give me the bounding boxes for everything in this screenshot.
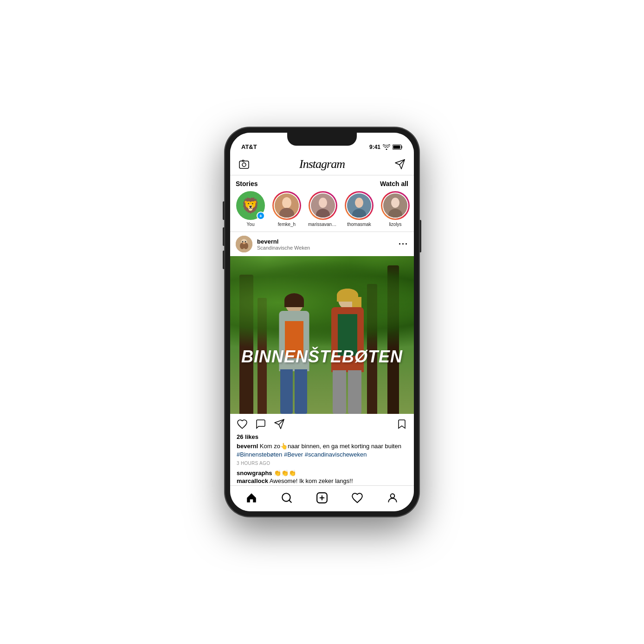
post-content: 26 likes bevernl Kom zo👆naar binnen, en … [230, 432, 414, 485]
nav-heart-icon [351, 492, 363, 504]
post-username: bevernl [257, 238, 310, 245]
story-item-femke[interactable]: femke_h [272, 191, 302, 227]
phone-screen: AT&T 9:41 [230, 133, 414, 511]
nav-profile-button[interactable] [381, 488, 404, 508]
nav-home-button[interactable] [240, 488, 263, 508]
svg-point-15 [391, 198, 399, 208]
post-time: 3 HOURS AGO [237, 461, 407, 466]
svg-point-26 [391, 494, 395, 498]
stories-section: Stories Watch all 🦁 + You [230, 175, 414, 232]
status-right: 9:41 [369, 144, 403, 150]
instagram-logo: Instagram [299, 157, 345, 171]
bookmark-icon [396, 419, 407, 430]
story-thomas-label: thomasmak [347, 222, 371, 227]
add-icon [316, 492, 328, 504]
svg-point-3 [242, 163, 246, 167]
story-item-thomas[interactable]: thomasmak [344, 191, 374, 227]
hashtag1[interactable]: #Binnenstebøten [237, 451, 282, 458]
svg-point-9 [319, 198, 327, 208]
notch [287, 133, 357, 146]
feed-scroll-area[interactable]: Stories Watch all 🦁 + You [230, 175, 414, 485]
like-button[interactable] [237, 419, 248, 430]
camera-icon [238, 159, 250, 170]
story-avatar-thomas [347, 193, 371, 218]
nav-search-button[interactable] [276, 488, 298, 508]
nav-heart-button[interactable] [346, 488, 368, 508]
caption-username[interactable]: bevernl [237, 443, 258, 450]
post-user[interactable]: bevernl Scandinavische Weken [236, 236, 310, 252]
story-item-you[interactable]: 🦁 + You [236, 191, 265, 227]
story-you-label: You [247, 222, 255, 227]
post-image-text: BINNENŠTEBØTEN [241, 347, 403, 367]
story-ring-lizolys [381, 191, 410, 220]
comment-snowgraphs: snowgraphs 👏👏👏 [237, 470, 407, 477]
search-icon [281, 492, 293, 504]
story-item-marissa[interactable]: marissavankleef_ [308, 191, 338, 227]
likes-count: 26 likes [237, 433, 407, 440]
svg-point-21 [242, 241, 244, 243]
story-avatar-femke [275, 193, 299, 218]
home-icon [245, 492, 258, 504]
carrier-label: AT&T [241, 143, 257, 150]
story-marissa-label: marissavankleef_ [308, 222, 338, 227]
nav-add-button[interactable] [311, 488, 333, 508]
profile-icon [386, 492, 399, 504]
post-actions [230, 414, 414, 432]
story-ring-femke [272, 191, 301, 220]
story-femke-label: femke_h [278, 222, 296, 227]
stories-row: 🦁 + You [236, 191, 414, 227]
hashtag2[interactable]: #Bever [284, 451, 303, 458]
stories-header: Stories Watch all [236, 180, 414, 187]
legs-left [280, 369, 308, 414]
wifi-icon [383, 144, 390, 150]
watch-all-button[interactable]: Watch all [380, 180, 408, 187]
legs-right [333, 370, 362, 414]
heart-icon [237, 419, 248, 430]
story-lizolys-label: lizolys [389, 222, 401, 227]
svg-point-22 [245, 241, 246, 243]
comment-text-marcallock: Awesome! Ik kom zeker langs!! [268, 477, 353, 484]
story-ring-marissa [309, 191, 337, 220]
comment-user-snowgraphs[interactable]: snowgraphs [237, 470, 272, 477]
hashtag3[interactable]: #scandinavischeweken [305, 451, 367, 458]
caption-text: Kom zo👆naar binnen, en ga met korting na… [258, 443, 401, 450]
post-avatar [236, 236, 252, 252]
share-button[interactable] [274, 419, 285, 430]
story-avatar-lizolys [383, 193, 407, 218]
post-bevernl: bevernl Scandinavische Weken ··· [230, 232, 414, 485]
svg-rect-2 [239, 161, 249, 168]
time-label: 9:41 [369, 144, 380, 150]
svg-point-6 [282, 197, 291, 208]
bottom-nav [230, 485, 414, 511]
send-button[interactable] [393, 158, 406, 171]
app-header: Instagram [230, 153, 414, 175]
post-more-button[interactable]: ··· [399, 239, 408, 249]
svg-point-12 [355, 198, 363, 208]
svg-point-23 [243, 242, 245, 244]
comment-button[interactable] [255, 419, 266, 430]
story-add-button[interactable]: + [257, 212, 265, 220]
story-item-lizolys[interactable]: lizolys [380, 191, 410, 227]
comment-text-snowgraphs: 👏👏👏 [272, 470, 296, 477]
phone-frame: AT&T 9:41 [225, 127, 419, 517]
save-button[interactable] [396, 419, 407, 430]
post-image: BINNENŠTEBØTEN [230, 256, 414, 414]
post-caption: bevernl Kom zo👆naar binnen, en ga met ko… [237, 442, 407, 459]
comment-icon [255, 419, 266, 430]
hair-left [284, 293, 304, 307]
stories-title: Stories [236, 180, 258, 187]
post-subtitle: Scandinavische Weken [257, 245, 310, 251]
post-header: bevernl Scandinavische Weken ··· [230, 232, 414, 256]
svg-rect-1 [393, 146, 400, 149]
send-icon [394, 159, 406, 170]
story-ring-thomas [345, 191, 374, 220]
camera-button[interactable] [238, 158, 251, 171]
story-avatar-marissa [311, 193, 335, 218]
battery-icon [393, 144, 403, 150]
share-icon [274, 419, 285, 430]
comment-marcallock: marcallock Awesome! Ik kom zeker langs!! [237, 477, 407, 484]
comment-user-marcallock[interactable]: marcallock [237, 477, 268, 484]
post-actions-left [237, 419, 285, 430]
